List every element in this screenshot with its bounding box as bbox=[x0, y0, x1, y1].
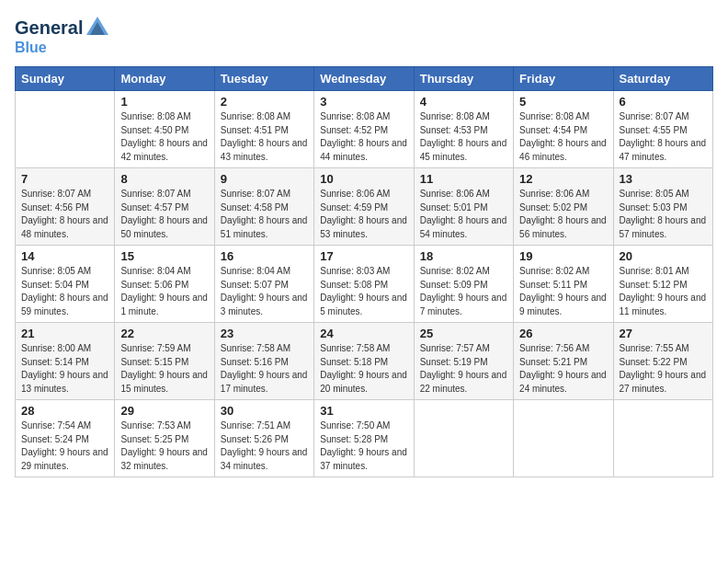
calendar-week-row: 28Sunrise: 7:54 AMSunset: 5:24 PMDayligh… bbox=[16, 400, 713, 477]
calendar-cell bbox=[414, 400, 513, 477]
weekday-header: Saturday bbox=[613, 67, 712, 91]
day-info: Sunrise: 8:02 AMSunset: 5:09 PMDaylight:… bbox=[420, 265, 507, 318]
day-number: 29 bbox=[120, 404, 208, 418]
day-info: Sunrise: 8:08 AMSunset: 4:52 PMDaylight:… bbox=[320, 110, 407, 164]
calendar-cell: 13Sunrise: 8:05 AMSunset: 5:03 PMDayligh… bbox=[613, 168, 712, 246]
calendar-body: 1Sunrise: 8:08 AMSunset: 4:50 PMDaylight… bbox=[16, 91, 713, 477]
calendar-cell bbox=[16, 91, 115, 168]
day-number: 4 bbox=[420, 95, 507, 109]
header-row: SundayMondayTuesdayWednesdayThursdayFrid… bbox=[16, 67, 713, 91]
calendar-table: SundayMondayTuesdayWednesdayThursdayFrid… bbox=[15, 66, 713, 477]
weekday-header: Thursday bbox=[414, 67, 513, 91]
calendar-cell: 21Sunrise: 8:00 AMSunset: 5:14 PMDayligh… bbox=[16, 323, 115, 400]
calendar-cell: 5Sunrise: 8:08 AMSunset: 4:54 PMDaylight… bbox=[514, 91, 613, 168]
day-info: Sunrise: 8:04 AMSunset: 5:07 PMDaylight:… bbox=[221, 265, 308, 318]
calendar-cell: 18Sunrise: 8:02 AMSunset: 5:09 PMDayligh… bbox=[414, 246, 513, 323]
page-header: General Blue bbox=[15, 15, 713, 55]
day-info: Sunrise: 8:07 AMSunset: 4:57 PMDaylight:… bbox=[120, 188, 208, 241]
day-number: 17 bbox=[320, 249, 407, 263]
day-number: 30 bbox=[221, 404, 308, 418]
day-info: Sunrise: 7:55 AMSunset: 5:22 PMDaylight:… bbox=[620, 342, 707, 396]
calendar-cell: 4Sunrise: 8:08 AMSunset: 4:53 PMDaylight… bbox=[414, 91, 513, 168]
weekday-header: Tuesday bbox=[214, 67, 313, 91]
day-number: 18 bbox=[420, 249, 507, 263]
day-number: 14 bbox=[21, 249, 108, 263]
calendar-cell: 19Sunrise: 8:02 AMSunset: 5:11 PMDayligh… bbox=[514, 246, 613, 323]
calendar-cell: 29Sunrise: 7:53 AMSunset: 5:25 PMDayligh… bbox=[115, 400, 214, 477]
logo-blue: Blue bbox=[15, 40, 110, 55]
day-info: Sunrise: 8:07 AMSunset: 4:58 PMDaylight:… bbox=[221, 188, 308, 241]
day-info: Sunrise: 8:03 AMSunset: 5:08 PMDaylight:… bbox=[320, 265, 407, 318]
day-info: Sunrise: 7:59 AMSunset: 5:15 PMDaylight:… bbox=[120, 342, 208, 396]
calendar-header: SundayMondayTuesdayWednesdayThursdayFrid… bbox=[16, 67, 713, 91]
day-number: 28 bbox=[21, 404, 108, 418]
calendar-cell: 15Sunrise: 8:04 AMSunset: 5:06 PMDayligh… bbox=[115, 246, 214, 323]
day-info: Sunrise: 8:08 AMSunset: 4:50 PMDaylight:… bbox=[120, 110, 208, 164]
calendar-cell: 14Sunrise: 8:05 AMSunset: 5:04 PMDayligh… bbox=[16, 246, 115, 323]
day-number: 12 bbox=[519, 172, 607, 186]
calendar-cell: 2Sunrise: 8:08 AMSunset: 4:51 PMDaylight… bbox=[214, 91, 313, 168]
day-info: Sunrise: 8:06 AMSunset: 5:02 PMDaylight:… bbox=[519, 188, 607, 241]
day-number: 26 bbox=[519, 327, 607, 340]
calendar-cell: 11Sunrise: 8:06 AMSunset: 5:01 PMDayligh… bbox=[414, 168, 513, 246]
day-info: Sunrise: 7:56 AMSunset: 5:21 PMDaylight:… bbox=[519, 342, 607, 396]
day-number: 13 bbox=[620, 172, 707, 186]
calendar-cell: 9Sunrise: 8:07 AMSunset: 4:58 PMDaylight… bbox=[214, 168, 313, 246]
calendar-cell: 10Sunrise: 8:06 AMSunset: 4:59 PMDayligh… bbox=[314, 168, 414, 246]
weekday-header: Monday bbox=[115, 67, 214, 91]
main-container: General Blue SundayMondayTuesdayWednesda… bbox=[0, 0, 728, 485]
day-number: 3 bbox=[320, 95, 407, 109]
day-number: 9 bbox=[221, 172, 308, 186]
calendar-cell: 31Sunrise: 7:50 AMSunset: 5:28 PMDayligh… bbox=[314, 400, 414, 477]
calendar-cell bbox=[613, 400, 712, 477]
day-info: Sunrise: 8:08 AMSunset: 4:51 PMDaylight:… bbox=[221, 110, 308, 164]
day-number: 8 bbox=[120, 172, 208, 186]
day-number: 10 bbox=[320, 172, 407, 186]
day-number: 2 bbox=[221, 95, 308, 109]
day-info: Sunrise: 7:58 AMSunset: 5:16 PMDaylight:… bbox=[221, 342, 308, 396]
day-number: 19 bbox=[519, 249, 607, 263]
day-info: Sunrise: 8:02 AMSunset: 5:11 PMDaylight:… bbox=[519, 265, 607, 318]
day-number: 11 bbox=[420, 172, 507, 186]
day-number: 16 bbox=[221, 249, 308, 263]
calendar-cell: 16Sunrise: 8:04 AMSunset: 5:07 PMDayligh… bbox=[214, 246, 313, 323]
calendar-cell: 7Sunrise: 8:07 AMSunset: 4:56 PMDaylight… bbox=[16, 168, 115, 246]
logo-text: General bbox=[15, 18, 83, 37]
day-info: Sunrise: 7:57 AMSunset: 5:19 PMDaylight:… bbox=[420, 342, 507, 396]
day-number: 27 bbox=[620, 327, 707, 340]
calendar-week-row: 14Sunrise: 8:05 AMSunset: 5:04 PMDayligh… bbox=[16, 246, 713, 323]
calendar-cell: 28Sunrise: 7:54 AMSunset: 5:24 PMDayligh… bbox=[16, 400, 115, 477]
calendar-cell: 27Sunrise: 7:55 AMSunset: 5:22 PMDayligh… bbox=[613, 323, 712, 400]
day-info: Sunrise: 8:06 AMSunset: 4:59 PMDaylight:… bbox=[320, 188, 407, 241]
day-number: 15 bbox=[120, 249, 208, 263]
day-info: Sunrise: 8:01 AMSunset: 5:12 PMDaylight:… bbox=[620, 265, 707, 318]
logo: General Blue bbox=[15, 15, 110, 55]
day-number: 31 bbox=[320, 404, 407, 418]
calendar-cell: 6Sunrise: 8:07 AMSunset: 4:55 PMDaylight… bbox=[613, 91, 712, 168]
calendar-cell: 23Sunrise: 7:58 AMSunset: 5:16 PMDayligh… bbox=[214, 323, 313, 400]
day-number: 7 bbox=[21, 172, 108, 186]
calendar-week-row: 21Sunrise: 8:00 AMSunset: 5:14 PMDayligh… bbox=[16, 323, 713, 400]
day-info: Sunrise: 7:58 AMSunset: 5:18 PMDaylight:… bbox=[320, 342, 407, 396]
day-info: Sunrise: 8:06 AMSunset: 5:01 PMDaylight:… bbox=[420, 188, 507, 241]
calendar-cell bbox=[514, 400, 613, 477]
day-info: Sunrise: 8:08 AMSunset: 4:54 PMDaylight:… bbox=[519, 110, 607, 164]
weekday-header: Wednesday bbox=[314, 67, 414, 91]
day-number: 21 bbox=[21, 327, 108, 340]
calendar-week-row: 1Sunrise: 8:08 AMSunset: 4:50 PMDaylight… bbox=[16, 91, 713, 168]
day-info: Sunrise: 8:04 AMSunset: 5:06 PMDaylight:… bbox=[120, 265, 208, 318]
calendar-cell: 12Sunrise: 8:06 AMSunset: 5:02 PMDayligh… bbox=[514, 168, 613, 246]
day-info: Sunrise: 8:00 AMSunset: 5:14 PMDaylight:… bbox=[21, 342, 108, 396]
calendar-cell: 24Sunrise: 7:58 AMSunset: 5:18 PMDayligh… bbox=[314, 323, 414, 400]
day-number: 1 bbox=[120, 95, 208, 109]
day-info: Sunrise: 7:53 AMSunset: 5:25 PMDaylight:… bbox=[120, 419, 208, 473]
weekday-header: Sunday bbox=[16, 67, 115, 91]
day-number: 20 bbox=[620, 249, 707, 263]
calendar-cell: 20Sunrise: 8:01 AMSunset: 5:12 PMDayligh… bbox=[613, 246, 712, 323]
day-info: Sunrise: 8:05 AMSunset: 5:03 PMDaylight:… bbox=[620, 188, 707, 241]
day-number: 5 bbox=[519, 95, 607, 109]
weekday-header: Friday bbox=[514, 67, 613, 91]
day-number: 6 bbox=[620, 95, 707, 109]
calendar-cell: 30Sunrise: 7:51 AMSunset: 5:26 PMDayligh… bbox=[214, 400, 313, 477]
calendar-cell: 8Sunrise: 8:07 AMSunset: 4:57 PMDaylight… bbox=[115, 168, 214, 246]
